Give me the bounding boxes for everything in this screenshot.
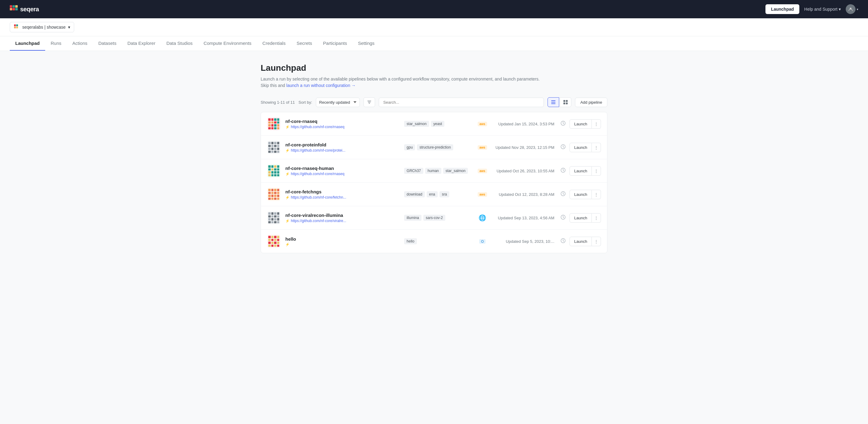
workspace-chevron-icon: ▾ <box>68 25 70 30</box>
add-pipeline-button[interactable]: Add pipeline <box>575 98 607 107</box>
pipeline-actions: Launch ⋮ <box>559 119 601 129</box>
tab-secrets[interactable]: Secrets <box>291 36 318 51</box>
tab-participants[interactable]: Participants <box>318 36 352 51</box>
nextflow-icon: ⚡ <box>285 196 290 199</box>
pipeline-url-link[interactable]: https://github.com/nf-core/viralre... <box>291 219 346 223</box>
nextflow-icon: ⚡ <box>285 125 290 129</box>
cloud-badge-gcp: 🌐 <box>476 214 488 222</box>
launch-group: Launch ⋮ <box>569 213 601 223</box>
launch-group: Launch ⋮ <box>569 190 601 199</box>
workspace-selector[interactable]: seqeralabs | showcase ▾ <box>10 22 74 32</box>
svg-rect-19 <box>563 102 565 104</box>
launch-button[interactable]: Launch <box>569 166 592 176</box>
pipeline-url: ⚡ https://github.com/nf-core/protei... <box>285 148 399 153</box>
more-options-button[interactable]: ⋮ <box>592 119 601 129</box>
nextflow-icon: ⚡ <box>285 172 290 176</box>
optimize-icon[interactable] <box>559 190 567 199</box>
chevron-down-icon: ▾ <box>839 7 841 11</box>
pipeline-row: nf-core-fetchngs ⚡ https://github.com/nf… <box>261 183 607 206</box>
pipeline-tag: download <box>404 191 425 197</box>
filter-button[interactable] <box>364 97 375 107</box>
tab-actions[interactable]: Actions <box>67 36 93 51</box>
tab-compute-environments[interactable]: Compute Environments <box>198 36 257 51</box>
more-options-button[interactable]: ⋮ <box>592 143 601 152</box>
launch-button[interactable]: Launch <box>569 190 592 199</box>
optimize-icon[interactable] <box>559 119 567 129</box>
pipeline-tags: illuminasars-cov-2 <box>404 215 471 221</box>
launch-button[interactable]: Launch <box>569 119 592 129</box>
optimize-icon[interactable] <box>559 213 567 223</box>
pipeline-tag: ena <box>427 191 438 197</box>
pipeline-url-link[interactable]: https://github.com/nf-core/fetchn... <box>291 195 346 199</box>
workspace-label: seqeralabs | showcase <box>22 25 66 30</box>
pipeline-tag: structure-prediction <box>417 144 453 151</box>
nextflow-icon: ⚡ <box>285 149 290 153</box>
svg-rect-3 <box>10 8 12 10</box>
logo[interactable]: seqera <box>10 5 39 13</box>
pipeline-icon <box>267 188 280 201</box>
launch-button[interactable]: Launch <box>569 237 592 246</box>
launchpad-nav-button[interactable]: Launchpad <box>766 4 799 14</box>
optimize-icon[interactable] <box>559 166 567 176</box>
pipeline-actions: Launch ⋮ <box>559 213 601 223</box>
pipeline-info: nf-core-viralrecon-illumina ⚡ https://gi… <box>285 213 399 223</box>
launch-group: Launch ⋮ <box>569 166 601 176</box>
launch-button[interactable]: Launch <box>569 143 592 152</box>
launch-button[interactable]: Launch <box>569 213 592 223</box>
cloud-badge-aws: aws <box>476 169 488 173</box>
pipeline-updated: Updated Oct 12, 2023, 8:28 AM <box>493 192 554 197</box>
tab-datasets[interactable]: Datasets <box>93 36 122 51</box>
more-options-button[interactable]: ⋮ <box>592 237 601 246</box>
svg-rect-20 <box>566 102 568 104</box>
pipeline-updated: Updated Jan 15, 2024, 3:53 PM <box>493 122 554 126</box>
page-description: Launch a run by selecting one of the ava… <box>261 76 607 89</box>
tab-data-studios[interactable]: Data Studios <box>161 36 198 51</box>
more-options-button[interactable]: ⋮ <box>592 190 601 199</box>
optimize-icon[interactable] <box>559 143 567 152</box>
pipeline-name: nf-core-viralrecon-illumina <box>285 213 399 218</box>
svg-rect-10 <box>16 27 18 28</box>
pipeline-updated: Updated Oct 26, 2023, 10:55 AM <box>493 169 554 173</box>
more-options-button[interactable]: ⋮ <box>592 166 601 176</box>
tab-credentials[interactable]: Credentials <box>257 36 291 51</box>
pipeline-url: ⚡ https://github.com/nf-core/rnaseq <box>285 125 399 129</box>
pipeline-icon <box>267 235 280 248</box>
cloud-badge-aws: aws <box>476 192 488 197</box>
pipeline-url-link[interactable]: https://github.com/nf-core/rnaseq <box>291 125 344 129</box>
user-menu[interactable]: ▾ <box>846 4 858 14</box>
launch-group: Launch ⋮ <box>569 119 601 129</box>
pipeline-tag: illumina <box>404 215 422 221</box>
workspace-bar: seqeralabs | showcase ▾ <box>0 18 868 36</box>
tab-launchpad[interactable]: Launchpad <box>10 36 45 51</box>
nextflow-icon: ⚡ <box>285 242 290 247</box>
cloud-badge-aws: aws <box>476 122 488 126</box>
pipeline-url: ⚡ https://github.com/nf-core/fetchn... <box>285 195 399 199</box>
help-support-link[interactable]: Help and Support ▾ <box>804 7 841 11</box>
pipeline-name: nf-core-rnaseq-human <box>285 166 399 171</box>
pipeline-url-link[interactable]: https://github.com/nf-core/protei... <box>291 148 345 153</box>
pipeline-info: hello ⚡ <box>285 236 399 247</box>
svg-rect-5 <box>15 8 18 10</box>
optimize-icon[interactable] <box>559 237 567 246</box>
pipeline-actions: Launch ⋮ <box>559 166 601 176</box>
cloud-badge-azure: ⬡ <box>476 239 488 244</box>
no-config-link[interactable]: launch a run without configuration → <box>286 83 355 88</box>
tab-settings[interactable]: Settings <box>352 36 380 51</box>
grid-view-button[interactable] <box>560 97 571 107</box>
sort-select[interactable]: Recently updated Name Date created <box>316 98 360 107</box>
tab-data-explorer[interactable]: Data Explorer <box>122 36 161 51</box>
svg-rect-15 <box>551 102 555 102</box>
showing-count: Showing 1-11 of 11 <box>261 100 295 105</box>
tab-runs[interactable]: Runs <box>45 36 67 51</box>
pipeline-url: ⚡ <box>285 242 399 247</box>
search-input[interactable] <box>379 98 544 107</box>
pipeline-url-link[interactable]: https://github.com/nf-core/rnaseq <box>291 172 344 176</box>
sort-by-label: Sort by: <box>299 100 312 105</box>
pipeline-row: nf-core-rnaseq-human ⚡ https://github.co… <box>261 159 607 183</box>
more-options-button[interactable]: ⋮ <box>592 213 601 223</box>
pipeline-tag: GRCh37 <box>404 168 423 174</box>
list-view-button[interactable] <box>548 97 559 107</box>
launch-group: Launch ⋮ <box>569 237 601 246</box>
pipeline-name: nf-core-proteinfold <box>285 142 399 147</box>
pipeline-actions: Launch ⋮ <box>559 143 601 152</box>
